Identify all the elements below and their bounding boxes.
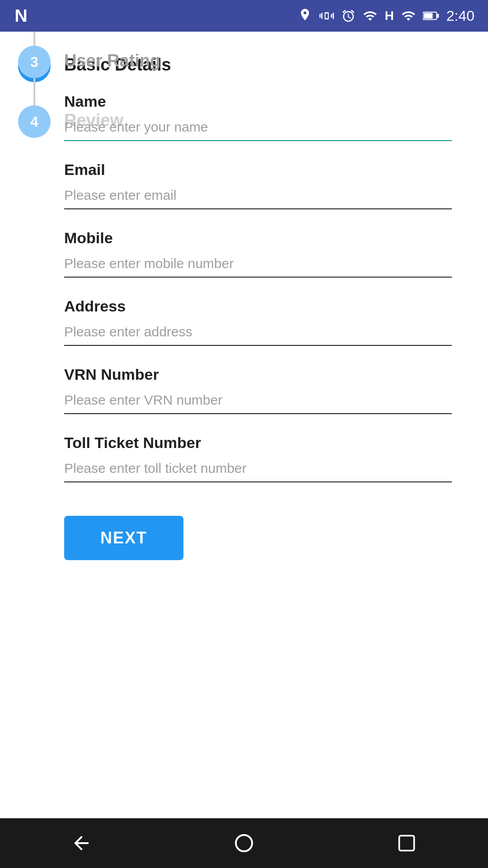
step-2-line bbox=[33, 32, 35, 46]
step-4-title: Review bbox=[64, 111, 470, 130]
network-type-label: H bbox=[385, 9, 394, 23]
mobile-label: Mobile bbox=[64, 229, 452, 247]
step-4-circle: 4 bbox=[18, 105, 51, 138]
step-4-content: Review bbox=[64, 105, 470, 148]
step-3-line bbox=[33, 78, 35, 105]
step-3-left: 3 bbox=[18, 46, 51, 105]
back-button[interactable] bbox=[63, 825, 99, 861]
toll-input[interactable] bbox=[64, 457, 452, 482]
svg-rect-3 bbox=[424, 13, 432, 19]
svg-point-4 bbox=[236, 835, 252, 851]
svg-rect-5 bbox=[399, 836, 414, 851]
step-4-row: 4 Review bbox=[0, 105, 488, 148]
basic-details-form: Name Email Mobile Address bbox=[64, 93, 470, 583]
email-label: Email bbox=[64, 161, 452, 179]
email-input[interactable] bbox=[64, 184, 452, 209]
step-3-content: User Rating bbox=[64, 46, 470, 89]
email-field-group: Email bbox=[64, 161, 452, 209]
svg-rect-2 bbox=[437, 14, 439, 18]
app-logo-icon: N bbox=[14, 6, 33, 26]
bottom-navigation bbox=[0, 818, 488, 868]
signal-icon bbox=[363, 9, 377, 23]
toll-field-group: Toll Ticket Number bbox=[64, 434, 452, 482]
step-2-row: 2 Location bbox=[0, 32, 488, 46]
address-field-group: Address bbox=[64, 297, 452, 346]
address-label: Address bbox=[64, 297, 452, 315]
step-3-circle: 3 bbox=[18, 46, 51, 78]
mobile-input[interactable] bbox=[64, 252, 452, 278]
home-icon bbox=[233, 832, 255, 854]
recent-apps-button[interactable] bbox=[389, 825, 425, 861]
home-button[interactable] bbox=[226, 825, 262, 861]
mobile-field-group: Mobile bbox=[64, 229, 452, 278]
next-button[interactable]: NEXT bbox=[64, 516, 183, 560]
step-2-left: 2 bbox=[18, 32, 51, 46]
battery-icon bbox=[423, 9, 439, 23]
back-icon bbox=[70, 832, 92, 854]
step-3-title: User Rating bbox=[64, 51, 470, 71]
step-4-left: 4 bbox=[18, 105, 51, 138]
alarm-icon bbox=[341, 9, 356, 23]
vibrate-icon bbox=[319, 9, 334, 23]
toll-label: Toll Ticket Number bbox=[64, 434, 452, 452]
signal2-icon bbox=[401, 9, 416, 23]
recent-icon bbox=[397, 833, 417, 853]
vrn-field-group: VRN Number bbox=[64, 366, 452, 414]
address-input[interactable] bbox=[64, 321, 452, 346]
vrn-label: VRN Number bbox=[64, 366, 452, 383]
location-icon bbox=[298, 8, 312, 24]
status-bar-right: H 2:40 bbox=[298, 8, 474, 24]
status-time: 2:40 bbox=[446, 8, 474, 24]
vrn-input[interactable] bbox=[64, 389, 452, 414]
main-content: 1 Basic Details Name Email Mobile bbox=[0, 32, 488, 818]
status-bar-left: N bbox=[14, 6, 33, 26]
svg-text:N: N bbox=[14, 6, 28, 25]
status-bar: N H 2:40 bbox=[0, 0, 488, 32]
